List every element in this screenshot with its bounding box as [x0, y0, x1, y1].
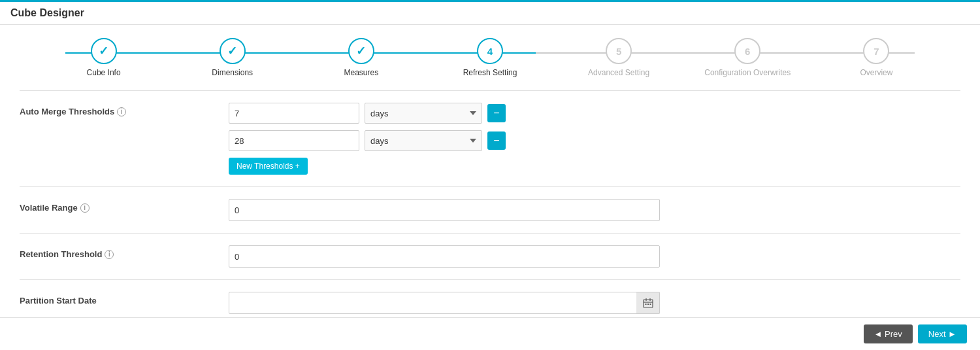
threshold-1-remove-button[interactable]: −	[487, 104, 506, 122]
auto-merge-info-icon[interactable]: i	[117, 107, 126, 116]
footer: ◄ Prev Next ►	[0, 317, 980, 350]
next-button[interactable]: Next ►	[918, 324, 967, 343]
svg-rect-5	[647, 304, 649, 305]
step-3-circle[interactable]: ✓	[348, 38, 374, 64]
date-input-wrapper	[229, 292, 660, 314]
step-2-label: Dimensions	[212, 68, 253, 77]
stepper: ✓ Cube Info ✓ Dimensions ✓ Measures 4 Re…	[0, 25, 980, 84]
step-6-number: 6	[745, 46, 750, 57]
step-3-icon: ✓	[356, 44, 366, 58]
auto-merge-label-col: Auto Merge Thresholds i	[20, 103, 229, 116]
step-6-label: Configuration Overwrites	[704, 68, 791, 77]
threshold-2-number-input[interactable]	[229, 130, 359, 151]
step-5-number: 5	[616, 46, 621, 57]
step-7-circle[interactable]: 7	[863, 38, 889, 64]
auto-merge-label: Auto Merge Thresholds i	[20, 107, 229, 116]
volatile-range-label-text: Volatile Range	[20, 203, 78, 213]
retention-threshold-info-icon[interactable]: i	[105, 250, 114, 259]
step-1-circle[interactable]: ✓	[91, 38, 117, 64]
step-6: 6 Configuration Overwrites	[683, 38, 812, 77]
volatile-range-input[interactable]	[229, 199, 660, 221]
svg-rect-6	[649, 304, 651, 305]
threshold-2-unit-select[interactable]: days weeks months years	[365, 130, 482, 151]
step-4: 4 Refresh Setting	[425, 38, 554, 77]
partition-start-date-content	[229, 292, 960, 314]
auto-merge-content: days weeks months years − days weeks mon…	[229, 103, 960, 175]
calendar-button[interactable]	[636, 292, 660, 314]
partition-start-date-label-col: Partition Start Date	[20, 292, 229, 306]
step-1: ✓ Cube Info	[39, 38, 168, 77]
step-7: 7 Overview	[812, 38, 941, 77]
step-4-label: Refresh Setting	[463, 68, 517, 77]
retention-threshold-label: Retention Threshold i	[20, 249, 229, 259]
step-4-circle[interactable]: 4	[477, 38, 503, 64]
prev-button[interactable]: ◄ Prev	[864, 324, 913, 343]
step-2: ✓ Dimensions	[168, 38, 297, 77]
step-1-icon: ✓	[99, 44, 108, 58]
threshold-2-remove-button[interactable]: −	[487, 131, 506, 150]
step-3: ✓ Measures	[297, 38, 425, 77]
new-threshold-button-label: New Thresholds +	[237, 162, 300, 171]
volatile-range-content	[229, 199, 960, 221]
next-button-label: Next ►	[928, 329, 956, 339]
threshold-1-unit-select[interactable]: days weeks months years	[365, 103, 482, 124]
step-4-number: 4	[487, 46, 493, 57]
threshold-row-2: days weeks months years −	[229, 130, 960, 151]
step-2-circle[interactable]: ✓	[220, 38, 246, 64]
step-5-circle[interactable]: 5	[606, 38, 632, 64]
step-5: 5 Advanced Setting	[555, 38, 683, 77]
retention-threshold-label-text: Retention Threshold	[20, 249, 102, 259]
step-6-circle[interactable]: 6	[734, 38, 760, 64]
step-7-number: 7	[874, 46, 879, 57]
volatile-range-section: Volatile Range i	[20, 186, 960, 233]
step-1-label: Cube Info	[87, 68, 121, 77]
threshold-1-number-input[interactable]	[229, 103, 359, 124]
form-area: Auto Merge Thresholds i days weeks month…	[0, 84, 980, 339]
partition-start-date-label-text: Partition Start Date	[20, 296, 97, 306]
prev-button-label: ◄ Prev	[874, 329, 902, 339]
partition-start-date-label: Partition Start Date	[20, 296, 229, 306]
calendar-icon	[643, 298, 653, 308]
new-threshold-button[interactable]: New Thresholds +	[229, 158, 308, 175]
step-7-label: Overview	[860, 68, 892, 77]
partition-start-date-input[interactable]	[229, 292, 660, 314]
volatile-range-label: Volatile Range i	[20, 203, 229, 213]
volatile-range-info-icon[interactable]: i	[80, 203, 90, 213]
step-2-icon: ✓	[227, 44, 237, 58]
retention-threshold-content	[229, 245, 960, 268]
auto-merge-section: Auto Merge Thresholds i days weeks month…	[20, 90, 960, 186]
retention-threshold-section: Retention Threshold i	[20, 233, 960, 279]
retention-threshold-label-col: Retention Threshold i	[20, 245, 229, 259]
retention-threshold-input[interactable]	[229, 245, 660, 268]
step-3-label: Measures	[344, 68, 379, 77]
app-title: Cube Designer	[0, 2, 980, 25]
auto-merge-label-text: Auto Merge Thresholds	[20, 107, 114, 116]
step-5-label: Advanced Setting	[588, 68, 649, 77]
threshold-row-1: days weeks months years −	[229, 103, 960, 124]
svg-rect-4	[645, 304, 646, 305]
volatile-range-label-col: Volatile Range i	[20, 199, 229, 213]
